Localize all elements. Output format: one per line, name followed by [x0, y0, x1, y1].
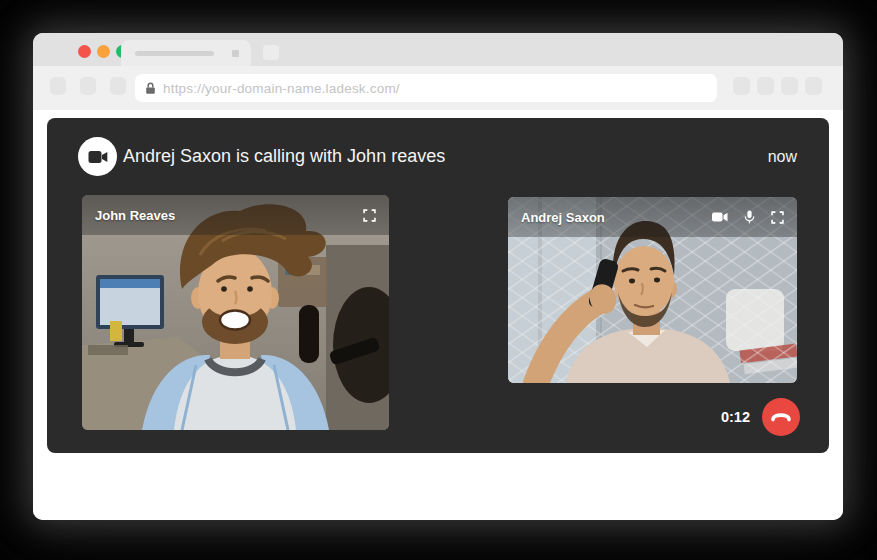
camera-toggle-icon[interactable] — [712, 212, 728, 222]
toolbar-placeholder-button-2[interactable] — [757, 77, 774, 95]
reload-button[interactable] — [110, 77, 126, 95]
video-overlay-bar: Andrej Saxon — [508, 197, 797, 237]
video-camera-icon — [88, 150, 108, 164]
forward-button[interactable] — [80, 77, 96, 95]
toolbar-placeholder-button-3[interactable] — [781, 77, 798, 95]
call-timer: 0:12 — [721, 409, 750, 425]
video-call-panel: Andrej Saxon is calling with John reaves… — [47, 118, 829, 453]
new-tab-button[interactable] — [263, 45, 279, 60]
video-tile-john-reaves: John Reaves — [82, 195, 389, 430]
tab-title-placeholder — [135, 51, 214, 56]
browser-tab[interactable] — [121, 40, 251, 66]
video-participant-name: John Reaves — [95, 208, 175, 223]
video-participant-name: Andrej Saxon — [521, 210, 605, 225]
minimize-window-button[interactable] — [97, 45, 110, 58]
fullscreen-icon[interactable] — [363, 209, 376, 222]
url-text: https://your-domain-name.ladesk.com/ — [163, 81, 400, 96]
browser-toolbar: https://your-domain-name.ladesk.com/ — [33, 66, 843, 110]
video-call-icon — [78, 137, 117, 176]
microphone-icon[interactable] — [744, 210, 755, 224]
fullscreen-icon[interactable] — [771, 211, 784, 224]
video-tile-andrej-saxon: Andrej Saxon — [508, 197, 797, 383]
tab-close-icon[interactable] — [232, 50, 239, 57]
back-button[interactable] — [50, 77, 66, 95]
address-bar[interactable]: https://your-domain-name.ladesk.com/ — [135, 74, 717, 102]
toolbar-placeholder-button-1[interactable] — [733, 77, 750, 95]
close-window-button[interactable] — [78, 45, 91, 58]
browser-window: https://your-domain-name.ladesk.com/ And… — [33, 33, 843, 520]
hangup-button[interactable] — [762, 398, 800, 436]
call-time-label: now — [768, 137, 797, 176]
browser-tab-bar — [33, 33, 843, 66]
call-title: Andrej Saxon is calling with John reaves — [123, 137, 445, 176]
call-footer: 0:12 — [721, 398, 800, 436]
page-content: Andrej Saxon is calling with John reaves… — [33, 110, 843, 520]
video-overlay-bar: John Reaves — [82, 195, 389, 235]
lock-icon — [145, 82, 156, 95]
hangup-phone-icon — [770, 412, 792, 422]
toolbar-placeholder-button-4[interactable] — [805, 77, 822, 95]
